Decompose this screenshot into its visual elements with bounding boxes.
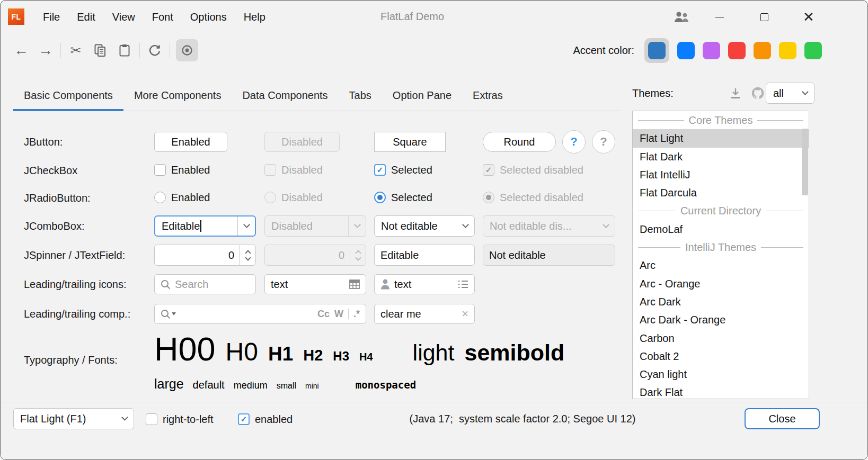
spinner-arrows[interactable] — [240, 245, 255, 265]
theme-list-item[interactable]: Carbon — [633, 329, 809, 347]
accent-swatch-selected-frame[interactable] — [644, 38, 669, 63]
toolbar-separator — [170, 43, 170, 58]
checkbox-selected-disabled: ✓Selected disabled — [483, 163, 583, 177]
checkbox-box[interactable]: ✓ — [374, 164, 386, 176]
chevron-down-icon — [597, 216, 615, 236]
copy-icon[interactable] — [88, 39, 112, 61]
theme-list-item[interactable]: Arc - Orange — [633, 275, 809, 293]
clearable-input[interactable]: clear me × — [374, 304, 475, 324]
editable-textfield[interactable]: Editable — [374, 245, 475, 266]
theme-list-item[interactable]: Arc Dark — [633, 293, 809, 311]
accent-swatch-6[interactable] — [779, 42, 796, 59]
accent-swatch-4[interactable] — [728, 42, 746, 59]
theme-list-item[interactable]: Arc Dark - Orange — [633, 311, 809, 329]
menu-edit[interactable]: Edit — [68, 1, 103, 33]
accent-swatch-1[interactable] — [648, 42, 666, 59]
chevron-down-icon[interactable] — [237, 217, 255, 236]
lookandfeel-select[interactable]: Flat Light (F1) — [13, 408, 134, 429]
enabled-button[interactable]: Enabled — [154, 132, 227, 152]
checkbox-box[interactable] — [154, 164, 166, 176]
radio-circle[interactable] — [374, 192, 386, 203]
editable-combobox[interactable]: Editable — [154, 215, 256, 237]
clear-icon[interactable]: × — [462, 307, 468, 321]
menu-bar: FileEditViewFontOptionsHelp — [34, 1, 274, 33]
tab-option-pane[interactable]: Option Pane — [382, 80, 462, 111]
theme-list-item[interactable]: Flat Darcula — [633, 184, 809, 202]
square-button[interactable]: Square — [374, 132, 446, 152]
accent-swatch-7[interactable] — [804, 42, 822, 59]
theme-list-item[interactable]: Cyan light — [633, 365, 809, 383]
tab-basic-components[interactable]: Basic Components — [13, 80, 123, 111]
noneditable-combobox[interactable]: Not editable — [374, 215, 475, 237]
radio-selected[interactable]: Selected — [374, 191, 432, 204]
theme-list-item[interactable]: Arc — [633, 256, 809, 274]
toolbar-separator — [139, 43, 140, 58]
table-icon[interactable] — [349, 279, 360, 289]
radio-enabled[interactable]: Enabled — [154, 191, 210, 204]
help-button[interactable]: ? — [562, 130, 586, 154]
paste-icon[interactable] — [112, 39, 137, 61]
checkbox-selected[interactable]: ✓Selected — [374, 163, 432, 177]
menu-help[interactable]: Help — [235, 1, 274, 33]
close-button[interactable]: Close — [745, 408, 820, 429]
theme-list-section-header: IntelliJ Themes — [633, 238, 809, 256]
users-icon[interactable] — [669, 1, 694, 33]
match-case-icon[interactable]: Cc — [317, 309, 330, 320]
list-icon[interactable] — [458, 280, 468, 288]
maximize-button[interactable] — [752, 1, 776, 33]
enabled-checkbox[interactable]: ✓enabled — [238, 412, 293, 426]
accent-swatch-3[interactable] — [703, 42, 720, 59]
theme-list-item[interactable]: Flat IntelliJ — [633, 166, 809, 184]
themes-list-scrollbar[interactable] — [802, 129, 808, 195]
regex-icon[interactable]: .* — [353, 309, 360, 320]
radio-circle[interactable] — [154, 192, 166, 203]
checkbox-enabled[interactable]: Enabled — [154, 163, 210, 177]
accent-swatch-5[interactable] — [754, 42, 771, 59]
title-bar: FL FileEditViewFontOptionsHelp FlatLaf D… — [1, 1, 867, 33]
typography-sizes: large default medium small mini monospac… — [154, 376, 416, 392]
app-window: FL FileEditViewFontOptionsHelp FlatLaf D… — [0, 0, 868, 460]
menu-options[interactable]: Options — [182, 1, 235, 33]
search-input[interactable]: Search — [154, 274, 256, 294]
right-to-left-checkbox[interactable]: right-to-left — [146, 412, 214, 426]
noneditable-disabled-combobox: Not editable dis... — [483, 215, 615, 237]
theme-list-item[interactable]: Cobalt 2 — [633, 347, 809, 365]
close-window-button[interactable]: ✕ — [796, 1, 821, 33]
search-with-options-input[interactable]: Cc W .* — [154, 304, 366, 324]
download-icon[interactable] — [724, 82, 747, 104]
menu-file[interactable]: File — [34, 1, 68, 33]
search-dropdown-icon[interactable] — [161, 309, 176, 319]
round-button[interactable]: Round — [483, 132, 556, 152]
cut-icon[interactable]: ✂ — [64, 39, 88, 61]
themes-list[interactable]: Core ThemesFlat LightFlat DarkFlat Intel… — [632, 111, 809, 399]
bottom-bar: Flat Light (F1) right-to-left ✓enabled (… — [1, 402, 867, 459]
radio-disabled: Disabled — [264, 191, 323, 204]
theme-list-item[interactable]: DemoLaf — [633, 220, 809, 238]
menu-view[interactable]: View — [104, 1, 144, 33]
disabled-combobox: Disabled — [264, 215, 366, 237]
theme-list-item[interactable]: Flat Dark — [633, 148, 809, 166]
text-input-user-list[interactable]: text — [374, 274, 475, 294]
forward-icon[interactable]: → — [33, 39, 58, 61]
theme-filter-select[interactable]: all — [766, 83, 814, 104]
tab-extras[interactable]: Extras — [462, 80, 513, 111]
tab-more-components[interactable]: More Components — [123, 80, 232, 111]
tab-tabs[interactable]: Tabs — [339, 80, 382, 111]
checkbox-box[interactable] — [146, 413, 157, 425]
text-input-table-icon[interactable]: text — [264, 274, 366, 294]
accent-swatch-2[interactable] — [677, 42, 695, 59]
show-hidden-eye-icon[interactable] — [176, 39, 198, 61]
checkbox-disabled: Disabled — [264, 163, 323, 177]
checkbox-box: ✓ — [483, 164, 494, 176]
menu-font[interactable]: Font — [144, 1, 182, 33]
theme-list-item[interactable]: Dark Flat — [633, 383, 809, 399]
checkbox-box[interactable]: ✓ — [238, 413, 250, 425]
refresh-icon[interactable] — [143, 39, 167, 61]
theme-list-item[interactable]: Flat Light — [633, 129, 809, 147]
chevron-down-icon[interactable] — [457, 216, 474, 236]
minimize-button[interactable] — [707, 1, 732, 33]
back-icon[interactable]: ← — [9, 39, 33, 61]
tab-data-components[interactable]: Data Components — [232, 80, 338, 111]
whole-word-icon[interactable]: W — [334, 309, 343, 320]
spinner[interactable]: 0 — [154, 245, 256, 266]
